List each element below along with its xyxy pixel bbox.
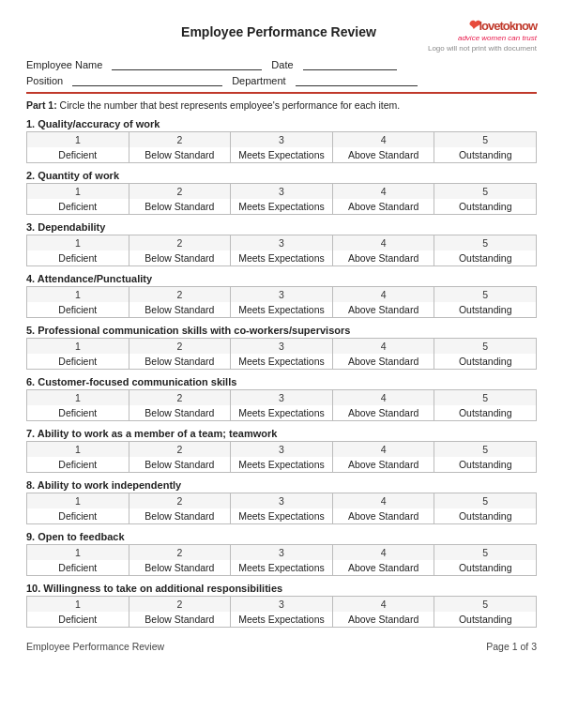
rating-label-cell[interactable]: Above Standard — [332, 457, 434, 473]
section-2: 2. Quantity of work12345DeficientBelow S… — [26, 170, 537, 215]
rating-label-cell[interactable]: Deficient — [27, 405, 129, 421]
rating-label-cell[interactable]: Deficient — [27, 560, 129, 576]
rating-label-cell[interactable]: Meets Expectations — [231, 354, 333, 370]
date-label: Date — [271, 59, 293, 70]
rating-label-cell[interactable]: Above Standard — [332, 612, 434, 628]
position-label: Position — [26, 75, 63, 86]
rating-number-cell: 5 — [434, 442, 537, 458]
instructions-text: Circle the number that best represents e… — [57, 99, 401, 111]
rating-label-cell[interactable]: Meets Expectations — [231, 612, 333, 628]
section-7: 7. Ability to work as a member of a team… — [26, 428, 537, 473]
page-header: Employee Performance Review ❤lovetoknow … — [26, 17, 537, 53]
rating-label-cell[interactable]: Outstanding — [434, 302, 537, 318]
rating-table-1: 12345DeficientBelow StandardMeets Expect… — [26, 131, 537, 163]
rating-label-cell[interactable]: Below Standard — [129, 508, 231, 524]
department-field[interactable] — [296, 74, 418, 86]
logo-note: Logo will not print with document — [428, 44, 537, 53]
rating-number-cell: 2 — [129, 545, 231, 561]
rating-number-cell: 1 — [27, 442, 129, 458]
rating-label-cell[interactable]: Outstanding — [434, 612, 537, 628]
rating-number-cell: 2 — [129, 442, 231, 458]
rating-label-cell[interactable]: Deficient — [27, 302, 129, 318]
rating-number-cell: 3 — [231, 493, 333, 509]
rating-table-10: 12345DeficientBelow StandardMeets Expect… — [26, 596, 537, 628]
rating-label-cell[interactable]: Meets Expectations — [231, 405, 333, 421]
rating-number-cell: 4 — [332, 493, 434, 509]
date-field[interactable] — [303, 58, 397, 70]
rating-number-cell: 4 — [332, 390, 434, 406]
rating-label-cell[interactable]: Outstanding — [434, 560, 537, 576]
rating-number-cell: 1 — [27, 132, 129, 148]
rating-label-cell[interactable]: Above Standard — [332, 354, 434, 370]
rating-label-cell[interactable]: Above Standard — [332, 508, 434, 524]
section-10: 10. Willingness to take on additional re… — [26, 583, 537, 628]
rating-label-cell[interactable]: Deficient — [27, 250, 129, 266]
rating-label-cell[interactable]: Outstanding — [434, 147, 537, 163]
rating-number-cell: 4 — [332, 235, 434, 251]
name-date-row: Employee Name Date — [26, 58, 537, 70]
position-field[interactable] — [72, 74, 222, 86]
section-9: 9. Open to feedback12345DeficientBelow S… — [26, 531, 537, 576]
rating-table-3: 12345DeficientBelow StandardMeets Expect… — [26, 235, 537, 266]
rating-label-cell[interactable]: Above Standard — [332, 405, 434, 421]
rating-label-cell[interactable]: Above Standard — [332, 560, 434, 576]
employee-name-label: Employee Name — [26, 59, 102, 70]
rating-label-cell[interactable]: Meets Expectations — [231, 457, 333, 473]
rating-label-cell[interactable]: Below Standard — [129, 302, 231, 318]
section-3: 3. Dependability12345DeficientBelow Stan… — [26, 221, 537, 266]
rating-label-cell[interactable]: Above Standard — [332, 250, 434, 266]
rating-label-cell[interactable]: Below Standard — [129, 354, 231, 370]
rating-label-cell[interactable]: Meets Expectations — [231, 250, 333, 266]
rating-label-cell[interactable]: Outstanding — [434, 354, 537, 370]
rating-label-cell[interactable]: Outstanding — [434, 457, 537, 473]
section-4: 4. Attendance/Punctuality12345DeficientB… — [26, 273, 537, 318]
rating-label-cell[interactable]: Above Standard — [332, 199, 434, 215]
rating-number-cell: 1 — [27, 184, 129, 200]
instructions: Part 1: Circle the number that best repr… — [26, 99, 537, 111]
section-title-8: 8. Ability to work independently — [26, 479, 537, 491]
rating-label-cell[interactable]: Below Standard — [129, 199, 231, 215]
rating-number-cell: 4 — [332, 597, 434, 613]
rating-label-cell[interactable]: Outstanding — [434, 405, 537, 421]
rating-label-cell[interactable]: Deficient — [27, 354, 129, 370]
rating-label-cell[interactable]: Below Standard — [129, 405, 231, 421]
section-title-2: 2. Quantity of work — [26, 170, 537, 181]
section-title-4: 4. Attendance/Punctuality — [26, 273, 537, 284]
rating-number-cell: 2 — [129, 184, 231, 200]
rating-label-cell[interactable]: Below Standard — [129, 250, 231, 266]
rating-number-cell: 3 — [231, 545, 333, 561]
rating-label-cell[interactable]: Meets Expectations — [231, 147, 333, 163]
rating-label-cell[interactable]: Meets Expectations — [231, 560, 333, 576]
rating-label-cell[interactable]: Deficient — [27, 457, 129, 473]
rating-number-cell: 3 — [231, 442, 333, 458]
rating-label-cell[interactable]: Above Standard — [332, 302, 434, 318]
rating-number-cell: 1 — [27, 493, 129, 509]
rating-number-cell: 2 — [129, 287, 231, 303]
rating-label-cell[interactable]: Below Standard — [129, 560, 231, 576]
rating-label-cell[interactable]: Deficient — [27, 199, 129, 215]
rating-number-cell: 4 — [332, 339, 434, 355]
rating-number-cell: 3 — [231, 597, 333, 613]
rating-label-cell[interactable]: Deficient — [27, 508, 129, 524]
employee-name-field[interactable] — [112, 58, 262, 70]
rating-label-cell[interactable]: Deficient — [27, 612, 129, 628]
rating-label-cell[interactable]: Above Standard — [332, 147, 434, 163]
rating-label-cell[interactable]: Meets Expectations — [231, 508, 333, 524]
rating-label-cell[interactable]: Meets Expectations — [231, 199, 333, 215]
rating-number-cell: 3 — [231, 235, 333, 251]
rating-number-cell: 2 — [129, 493, 231, 509]
rating-label-cell[interactable]: Below Standard — [129, 457, 231, 473]
rating-label-cell[interactable]: Outstanding — [434, 508, 537, 524]
rating-label-cell[interactable]: Outstanding — [434, 250, 537, 266]
section-1: 1. Quality/accuracy of work12345Deficien… — [26, 118, 537, 163]
rating-label-cell[interactable]: Below Standard — [129, 612, 231, 628]
section-title-3: 3. Dependability — [26, 221, 537, 233]
rating-number-cell: 4 — [332, 545, 434, 561]
section-title-6: 6. Customer-focused communication skills — [26, 376, 537, 387]
rating-label-cell[interactable]: Deficient — [27, 147, 129, 163]
rating-label-cell[interactable]: Below Standard — [129, 147, 231, 163]
rating-label-cell[interactable]: Outstanding — [434, 199, 537, 215]
rating-label-cell[interactable]: Meets Expectations — [231, 302, 333, 318]
rating-number-cell: 2 — [129, 339, 231, 355]
rating-number-cell: 4 — [332, 442, 434, 458]
